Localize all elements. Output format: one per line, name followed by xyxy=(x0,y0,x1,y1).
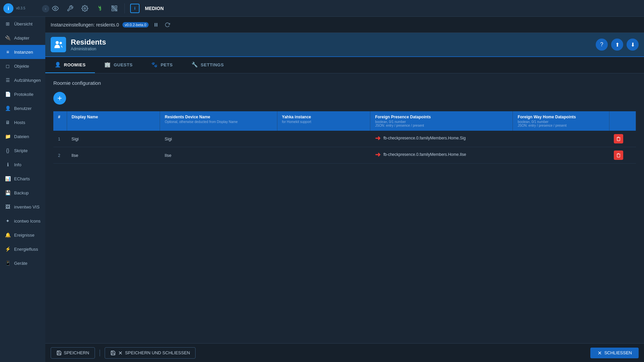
cell-yahka-0[interactable] xyxy=(277,131,370,147)
topbar-plug-icon[interactable] xyxy=(95,4,104,13)
sidebar-hosts-label: Hosts xyxy=(14,120,25,125)
sidebar-item-logs[interactable]: 📄 Protokolle xyxy=(0,87,45,101)
tab-settings[interactable]: 🔧 SETTINGS xyxy=(182,57,233,73)
instance-title: Instanzeinstellungen: residents.0 xyxy=(51,22,119,27)
tab-guests[interactable]: 🏢 GUESTS xyxy=(95,57,142,73)
cell-yahka-1[interactable] xyxy=(277,147,370,164)
delete-row-button-1[interactable] xyxy=(614,150,623,160)
yahka-input-1[interactable] xyxy=(282,153,366,158)
topbar-eye-icon[interactable] xyxy=(51,4,60,13)
sidebar-item-overview[interactable]: ⊞ Übersicht xyxy=(0,17,45,31)
sidebar-item-echarts[interactable]: 📊 ECharts xyxy=(0,172,45,186)
delete-icon-1 xyxy=(616,153,621,158)
sidebar-item-files[interactable]: 📁 Dateien xyxy=(0,129,45,143)
tabs: 👤 ROOMIES 🏢 GUESTS 🐾 PETS 🔧 SETTINGS xyxy=(45,57,644,73)
close-icon xyxy=(597,350,602,356)
header-upload-button[interactable]: ⬆ xyxy=(611,39,623,51)
display-name-input-0[interactable] xyxy=(71,136,155,141)
sidebar-item-events[interactable]: 🔔 Ereignisse xyxy=(0,228,45,242)
instance-pause-button[interactable] xyxy=(152,21,160,29)
sidebar-logs-icon: 📄 xyxy=(4,90,11,98)
sidebar-instances-label: Instanzen xyxy=(14,50,33,55)
tab-settings-label: SETTINGS xyxy=(201,62,224,67)
bottom-bar: SPEICHERN SPEICHERN UND SCHLIESSEN SCHLI… xyxy=(45,343,644,362)
sidebar: i v0.3.5 ‹ ⊞ Übersicht 🔌 Adapter ≡ Insta… xyxy=(0,0,45,362)
cell-foreign-presence-0: ➜ fb-checkpresence.0.familyMembers.Home.… xyxy=(370,131,513,145)
sidebar-item-adapter[interactable]: 🔌 Adapter xyxy=(0,31,45,45)
svg-point-1 xyxy=(84,7,86,9)
instance-bar: Instanzeinstellungen: residents.0 v0.0.2… xyxy=(45,17,644,33)
sidebar-instances-icon: ≡ xyxy=(4,48,11,56)
sidebar-item-inventwo[interactable]: 🖼 inventwo VIS xyxy=(0,200,45,214)
topbar-settings-icon[interactable] xyxy=(80,4,90,13)
sidebar-item-objects[interactable]: ◻ Objekte xyxy=(0,59,45,73)
sidebar-item-info[interactable]: ℹ Info xyxy=(0,158,45,172)
cell-device-name-0[interactable] xyxy=(160,131,277,147)
sidebar-item-instances[interactable]: ≡ Instanzen xyxy=(0,45,45,59)
roomie-table: # Display Name Residents Device Name Opt… xyxy=(53,111,636,164)
sidebar-item-devices[interactable]: 📱 Geräte xyxy=(0,256,45,270)
th-num: # xyxy=(53,111,67,131)
sidebar-item-icontwo[interactable]: ✦ icontwo Icons xyxy=(0,214,45,228)
cell-foreign-way-home-0[interactable] xyxy=(513,131,609,147)
topbar-adapter-name: MEDION xyxy=(145,6,164,11)
sidebar-hosts-icon: 🖥 xyxy=(4,119,11,126)
close-button[interactable]: SCHLIESSEN xyxy=(590,348,639,358)
display-name-input-1[interactable] xyxy=(71,153,155,158)
cell-device-name-1[interactable] xyxy=(160,147,277,164)
sidebar-files-label: Dateien xyxy=(14,134,29,139)
table-row: 2 ➜ fb-checkpresence.0.familyMembers.Hom… xyxy=(53,147,636,164)
sidebar-collapse-button[interactable]: ‹ xyxy=(42,5,49,12)
save-close-button[interactable]: SPEICHERN UND SCHLIESSEN xyxy=(105,347,196,359)
arrow-icon-0: ➜ xyxy=(375,134,381,142)
th-actions xyxy=(609,111,636,131)
tab-pets-label: PETS xyxy=(161,62,173,67)
topbar-grid-off-icon[interactable] xyxy=(110,4,119,13)
header-download-button[interactable]: ⬇ xyxy=(627,39,639,51)
way-home-input-1[interactable] xyxy=(518,153,604,158)
delete-row-button-0[interactable] xyxy=(614,134,623,143)
sidebar-item-users[interactable]: 👤 Benutzer xyxy=(0,101,45,115)
sidebar-overview-icon: ⊞ xyxy=(4,20,11,27)
th-display-name: Display Name xyxy=(67,111,160,131)
tab-roomies[interactable]: 👤 ROOMIES xyxy=(45,57,95,73)
way-home-input-0[interactable] xyxy=(518,136,604,141)
yahka-input-0[interactable] xyxy=(282,136,366,141)
tab-pets[interactable]: 🐾 PETS xyxy=(142,57,182,73)
cell-display-name-0[interactable] xyxy=(67,131,160,147)
sidebar-logs-label: Protokolle xyxy=(14,92,34,97)
tab-settings-icon: 🔧 xyxy=(192,62,198,68)
add-roomie-button[interactable]: + xyxy=(53,92,66,105)
sidebar-item-scripts[interactable]: {} Skripte xyxy=(0,143,45,158)
presence-value-0: fb-checkpresence.0.familyMembers.Home.Si… xyxy=(383,136,466,140)
residents-title-group: Residents Administration xyxy=(71,38,106,51)
save-button[interactable]: SPEICHERN xyxy=(51,347,95,359)
sidebar-item-enumerations[interactable]: ☰ Aufzählungen xyxy=(0,73,45,87)
svg-point-10 xyxy=(60,42,62,44)
cell-display-name-1[interactable] xyxy=(67,147,160,164)
header-help-button[interactable]: ? xyxy=(596,39,608,51)
svg-rect-5 xyxy=(112,9,114,11)
topbar-wrench-icon[interactable] xyxy=(65,4,75,13)
instance-refresh-button[interactable] xyxy=(163,21,171,29)
sidebar-objects-icon: ◻ xyxy=(4,62,11,70)
add-icon: + xyxy=(57,94,62,103)
sidebar-users-label: Benutzer xyxy=(14,106,32,111)
sidebar-item-energy[interactable]: ⚡ Energiefluss xyxy=(0,242,45,256)
cell-foreign-way-home-1[interactable] xyxy=(513,147,609,164)
sidebar-logo: i v0.3.5 ‹ xyxy=(0,0,45,17)
device-name-input-0[interactable] xyxy=(165,136,272,141)
th-foreign-presence: Foreign Presence Datapoints boolean, 0/1… xyxy=(370,111,513,131)
topbar: i MEDION xyxy=(45,0,644,17)
delete-icon-0 xyxy=(616,136,621,141)
sidebar-scripts-label: Skripte xyxy=(14,148,28,153)
sidebar-item-hosts[interactable]: 🖥 Hosts xyxy=(0,115,45,129)
residents-header: Residents Administration ? ⬆ ⬇ xyxy=(45,33,644,57)
sidebar-inventwo-label: inventwo VIS xyxy=(14,204,40,209)
bottom-separator xyxy=(100,350,100,356)
sidebar-item-backup[interactable]: 💾 Backup xyxy=(0,186,45,200)
device-name-input-1[interactable] xyxy=(165,153,272,158)
sidebar-icontwo-label: icontwo Icons xyxy=(14,219,41,224)
sidebar-echarts-icon: 📊 xyxy=(4,175,11,182)
topbar-adapter-logo: i xyxy=(130,4,140,13)
